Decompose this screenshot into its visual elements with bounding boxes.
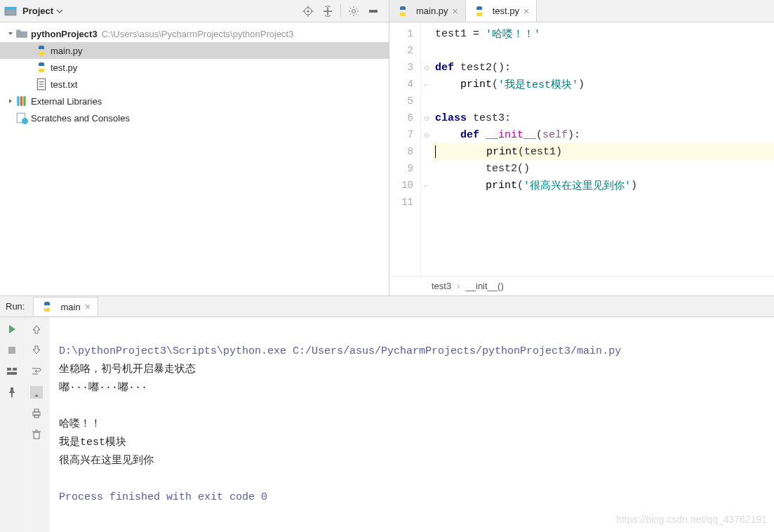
project-tree[interactable]: pythonProject3 C:\Users\asus\PycharmProj… bbox=[0, 22, 389, 295]
svg-rect-22 bbox=[7, 368, 11, 371]
code-area[interactable]: test1 = '哈喽！！' def test2(): print('我是tes… bbox=[432, 22, 774, 276]
file-label: test.py bbox=[51, 62, 77, 73]
scratches-icon bbox=[15, 112, 28, 124]
separator bbox=[340, 4, 341, 18]
tree-file-main[interactable]: main.py bbox=[0, 42, 389, 59]
tree-root[interactable]: pythonProject3 C:\Users\asus\PycharmProj… bbox=[0, 25, 389, 42]
python-file-icon bbox=[35, 61, 48, 74]
stop-icon[interactable] bbox=[6, 344, 18, 357]
svg-rect-28 bbox=[34, 432, 39, 439]
chevron-down-icon[interactable] bbox=[6, 29, 15, 39]
tree-file-test-py[interactable]: test.py bbox=[0, 59, 389, 76]
project-icon bbox=[4, 5, 17, 18]
breadcrumb-class[interactable]: test3 bbox=[432, 281, 451, 291]
rerun-icon[interactable] bbox=[6, 323, 18, 335]
svg-rect-24 bbox=[7, 372, 17, 375]
fold-column: ⊖ ⌐ ⊖ ⊖ ⌐ bbox=[421, 22, 432, 276]
project-header: Project bbox=[0, 0, 389, 22]
breadcrumb[interactable]: test3 › __init__() bbox=[389, 276, 774, 295]
editor-panel: main.py × test.py × 1 2 3 4 5 6 7 8 9 10 bbox=[389, 0, 774, 295]
breadcrumb-method[interactable]: __init__() bbox=[466, 281, 504, 291]
print-icon[interactable] bbox=[30, 407, 43, 420]
chevron-right-icon[interactable] bbox=[6, 96, 15, 106]
run-label: Run: bbox=[6, 301, 25, 312]
project-panel: Project pythonProject3 C:\Users\asus\Pyc… bbox=[0, 0, 389, 295]
console-output[interactable]: D:\pythonProject3\Scripts\python.exe C:/… bbox=[49, 317, 774, 532]
fold-end-icon[interactable]: ⌐ bbox=[421, 177, 432, 194]
run-panel: Run: main × D:\pythonProject3\Scripts\py… bbox=[0, 296, 774, 532]
hide-icon[interactable] bbox=[366, 4, 380, 18]
up-icon[interactable] bbox=[30, 323, 43, 335]
scroll-to-end-icon[interactable] bbox=[30, 386, 43, 399]
close-icon[interactable]: × bbox=[523, 6, 529, 17]
chevron-right-icon: › bbox=[457, 281, 460, 291]
expand-all-icon[interactable] bbox=[321, 4, 335, 18]
console-exit: Process finished with exit code 0 bbox=[59, 491, 267, 503]
pin-icon[interactable] bbox=[6, 386, 18, 399]
python-file-icon bbox=[35, 44, 48, 57]
svg-point-10 bbox=[352, 9, 356, 13]
close-icon[interactable]: × bbox=[85, 301, 91, 312]
console-line: 我是test模块 bbox=[59, 437, 126, 448]
run-tab[interactable]: main × bbox=[33, 297, 98, 316]
library-icon bbox=[15, 95, 28, 107]
fold-icon[interactable]: ⊖ bbox=[421, 59, 432, 76]
watermark: https://blog.csdn.net/qq_43762191 bbox=[616, 514, 767, 525]
fold-end-icon[interactable]: ⌐ bbox=[421, 76, 432, 93]
svg-rect-18 bbox=[23, 96, 25, 106]
python-file-icon bbox=[41, 300, 53, 313]
console-line: 很高兴在这里见到你 bbox=[59, 455, 154, 467]
svg-rect-17 bbox=[20, 96, 22, 106]
layout-icon[interactable] bbox=[6, 365, 18, 378]
console-command: D:\pythonProject3\Scripts\python.exe C:/… bbox=[59, 345, 621, 357]
run-toolbar-secondary bbox=[25, 317, 49, 532]
folder-icon bbox=[15, 27, 28, 40]
run-header: Run: main × bbox=[0, 296, 774, 317]
python-file-icon bbox=[473, 5, 486, 18]
fold-icon[interactable]: ⊖ bbox=[421, 109, 432, 126]
svg-point-20 bbox=[22, 118, 28, 124]
console-line: 坐稳咯，初号机开启暴走状态 bbox=[59, 364, 196, 375]
root-name: pythonProject3 bbox=[31, 29, 98, 39]
svg-rect-21 bbox=[8, 347, 15, 354]
file-label: main.py bbox=[51, 46, 83, 56]
fold-icon[interactable]: ⊖ bbox=[421, 126, 432, 143]
run-body: D:\pythonProject3\Scripts\python.exe C:/… bbox=[0, 317, 774, 532]
tab-label: test.py bbox=[493, 6, 519, 16]
ext-libs-label: External Libraries bbox=[31, 96, 102, 107]
svg-rect-1 bbox=[5, 7, 16, 9]
close-icon[interactable]: × bbox=[453, 6, 458, 17]
tree-external-libs[interactable]: External Libraries bbox=[0, 93, 389, 109]
svg-rect-23 bbox=[13, 368, 17, 371]
svg-rect-16 bbox=[17, 96, 19, 106]
svg-point-3 bbox=[307, 10, 309, 12]
root-path: C:\Users\asus\PycharmProjects\pythonProj… bbox=[102, 29, 294, 39]
line-gutter: 1 2 3 4 5 6 7 8 9 10 11 bbox=[389, 22, 421, 276]
tab-label: main.py bbox=[416, 6, 448, 16]
console-line: 哈喽！！ bbox=[59, 418, 101, 430]
tab-main-py[interactable]: main.py × bbox=[389, 0, 466, 22]
project-title: Project bbox=[22, 6, 53, 16]
editor-tabs: main.py × test.py × bbox=[389, 0, 774, 22]
gear-icon[interactable] bbox=[347, 4, 361, 18]
tree-file-test-txt[interactable]: test.txt bbox=[0, 76, 389, 93]
tab-test-py[interactable]: test.py × bbox=[466, 0, 537, 22]
file-label: test.txt bbox=[51, 79, 77, 90]
svg-rect-11 bbox=[369, 10, 378, 13]
svg-rect-26 bbox=[34, 409, 39, 412]
editor[interactable]: 1 2 3 4 5 6 7 8 9 10 11 ⊖ ⌐ ⊖ ⊖ ⌐ bbox=[389, 22, 774, 276]
python-file-icon bbox=[396, 5, 409, 18]
down-icon[interactable] bbox=[30, 344, 43, 357]
scratches-label: Scratches and Consoles bbox=[31, 113, 130, 124]
tree-scratches[interactable]: Scratches and Consoles bbox=[0, 109, 389, 126]
project-view-selector[interactable]: Project bbox=[4, 5, 63, 18]
run-tab-label: main bbox=[60, 302, 80, 312]
trash-icon[interactable] bbox=[30, 428, 43, 441]
locate-icon[interactable] bbox=[301, 4, 315, 18]
text-file-icon bbox=[35, 78, 48, 91]
console-line: 嘟···嘟···嘟··· bbox=[59, 382, 147, 394]
run-toolbar-primary bbox=[0, 317, 25, 532]
chevron-down-icon bbox=[56, 8, 63, 15]
soft-wrap-icon[interactable] bbox=[30, 365, 43, 378]
main-split: Project pythonProject3 C:\Users\asus\Pyc… bbox=[0, 0, 774, 296]
